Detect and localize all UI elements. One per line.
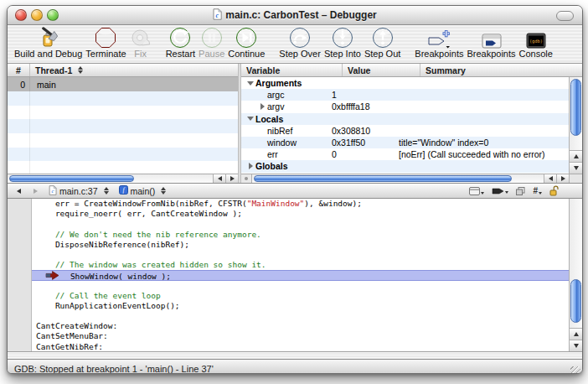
disclosure-triangle-icon[interactable] [246, 81, 255, 86]
toolbar-toggle-button[interactable] [556, 11, 574, 21]
pause-icon [201, 27, 223, 49]
thread-pane: # Thread-1 0main [8, 64, 238, 183]
variable-name: argc [267, 90, 284, 100]
code-line[interactable] [8, 311, 570, 321]
unlock-icon[interactable] [549, 185, 559, 196]
variable-name-cell: window [241, 138, 332, 148]
disclosure-triangle-icon[interactable] [246, 117, 255, 121]
code-line[interactable]: CantGetNibRef: [8, 342, 570, 351]
toolbar-button-continue[interactable]: Continue [228, 27, 265, 59]
variable-row-arguments[interactable]: Arguments [241, 77, 582, 89]
code-text-area[interactable]: err = CreateWindowFromNib(nibRef, CFSTR(… [8, 199, 570, 351]
list-stripe [8, 106, 238, 120]
scroll-right-button[interactable] [225, 174, 238, 183]
counterparts-icon[interactable] [516, 187, 525, 195]
resize-grip[interactable] [570, 366, 580, 374]
included-files-icon[interactable] [469, 187, 484, 195]
column-header-summary[interactable]: Summary [420, 64, 582, 76]
line-number-icon[interactable]: # [533, 187, 542, 195]
scrollbar-track[interactable] [570, 77, 582, 150]
scroll-up-button[interactable] [570, 328, 582, 340]
scrollbar-thumb[interactable] [9, 175, 134, 182]
thread-horizontal-scrollbar [8, 174, 238, 183]
toolbar-button-breakpoints-window[interactable]: Breakpoints [467, 27, 515, 59]
code-line[interactable]: err = CreateWindowFromNib(nibRef, CFSTR(… [8, 199, 570, 209]
variable-row-argv[interactable]: argv0xbffffa18 [241, 101, 582, 112]
variable-summary: title="Window" index=0 [399, 138, 582, 148]
thread-row[interactable]: 0main [8, 77, 238, 91]
scrollbar-track[interactable] [8, 174, 213, 183]
disclosure-triangle-icon[interactable] [246, 163, 255, 169]
variables-list-header: Variable Value Summary [241, 64, 582, 77]
scrollbar-thumb[interactable] [570, 79, 581, 136]
toolbar-button-step-into[interactable]: Step Into [324, 27, 361, 59]
popup-stepper-icon [161, 187, 166, 195]
toolbar-button-step-over[interactable]: Step Over [279, 27, 321, 59]
code-line[interactable] [8, 250, 570, 260]
code-line[interactable]: CantCreateWindow: [8, 321, 570, 331]
disclosure-triangle-icon[interactable] [258, 103, 266, 110]
variable-row-err[interactable]: err0[noErr] (Call succeeded with no erro… [241, 148, 582, 160]
scroll-up-button[interactable] [570, 150, 582, 162]
scrollbar-thumb[interactable] [254, 175, 512, 182]
status-bar: GDB: Stopped at breakpoint 1 - 'main() -… [8, 359, 582, 374]
variables-list: Argumentsargc1argv0xbffffa18LocalsnibRef… [241, 77, 582, 174]
toolbar-button-terminate[interactable]: Terminate [85, 27, 126, 59]
scrollbar-corner [569, 174, 582, 183]
code-line[interactable]: require_noerr( err, CantCreateWindow ); [8, 209, 570, 219]
variable-row-argc[interactable]: argc1 [241, 89, 582, 101]
variable-row-nibref[interactable]: nibRef0x308810 [241, 125, 582, 137]
sort-indicator-icon [78, 66, 83, 74]
window-title: main.c: CarbonTest – Debugger [225, 9, 376, 21]
variable-value: 0x31ff50 [332, 138, 399, 148]
file-popup[interactable]: c main.c:37 [46, 184, 111, 197]
variable-row-window[interactable]: window0x31ff50title="Window" index=0 [241, 137, 582, 148]
window-controls [15, 9, 59, 21]
code-line[interactable]: // The window was created hidden so show… [8, 260, 570, 270]
zoom-button[interactable] [47, 9, 59, 21]
splitter-grip[interactable] [241, 174, 252, 183]
forward-button[interactable] [29, 189, 41, 194]
scrollbar-track[interactable] [252, 174, 544, 183]
scrollbar-track[interactable] [570, 199, 582, 328]
column-header-thread[interactable]: Thread-1 [30, 64, 238, 76]
function-popup[interactable]: f main() [116, 184, 169, 197]
column-header-value[interactable]: Value [343, 64, 420, 76]
toolbar-button-step-out[interactable]: Step Out [364, 27, 400, 59]
toolbar-button-add-breakpoints[interactable]: Breakpoints [415, 27, 463, 59]
fix-icon [130, 27, 152, 49]
code-line[interactable]: CantSetMenuBar: [8, 331, 570, 341]
editor-bottom-strip [8, 351, 582, 359]
current-pc-line[interactable]: ShowWindow( window ); [8, 270, 570, 280]
minimize-button[interactable] [31, 9, 43, 21]
variable-row-locals[interactable]: Locals [241, 113, 582, 125]
variable-value: 1 [332, 90, 399, 100]
variable-row-globals[interactable]: Globals [241, 160, 582, 172]
code-line[interactable] [8, 219, 570, 229]
close-button[interactable] [15, 9, 27, 21]
code-line[interactable]: RunApplicationEventLoop(); [8, 301, 570, 311]
code-line[interactable] [8, 281, 570, 291]
document-icon: c [213, 8, 222, 23]
variable-row-registers[interactable]: Registers [241, 173, 582, 174]
code-line[interactable]: DisposeNibReference(nibRef); [8, 240, 570, 250]
toolbar-button-build-and-debug[interactable]: Build and Debug [14, 27, 82, 59]
scrollbar-thumb[interactable] [570, 279, 581, 323]
scroll-left-button[interactable] [213, 174, 225, 183]
code-line[interactable]: // Call the event loop [8, 291, 570, 301]
column-header-variable[interactable]: Variable [241, 64, 343, 76]
scroll-right-button[interactable] [556, 174, 569, 183]
breakpoint-marker-icon[interactable] [492, 188, 508, 195]
scroll-down-button[interactable] [570, 162, 582, 174]
variable-name-cell: argc [241, 90, 332, 100]
variable-name: nibRef [267, 126, 292, 136]
title-bar[interactable]: c main.c: CarbonTest – Debugger [8, 6, 582, 25]
scroll-down-button[interactable] [570, 340, 582, 351]
scroll-left-button[interactable] [544, 174, 556, 183]
navbar-tools: # [469, 185, 577, 196]
back-button[interactable] [13, 189, 24, 194]
toolbar-button-restart[interactable]: Restart [166, 27, 195, 59]
column-header-number[interactable]: # [8, 64, 30, 76]
toolbar-button-console[interactable]: (gdb) Console [519, 27, 553, 59]
code-line[interactable]: // We don't need the nib reference anymo… [8, 230, 570, 240]
